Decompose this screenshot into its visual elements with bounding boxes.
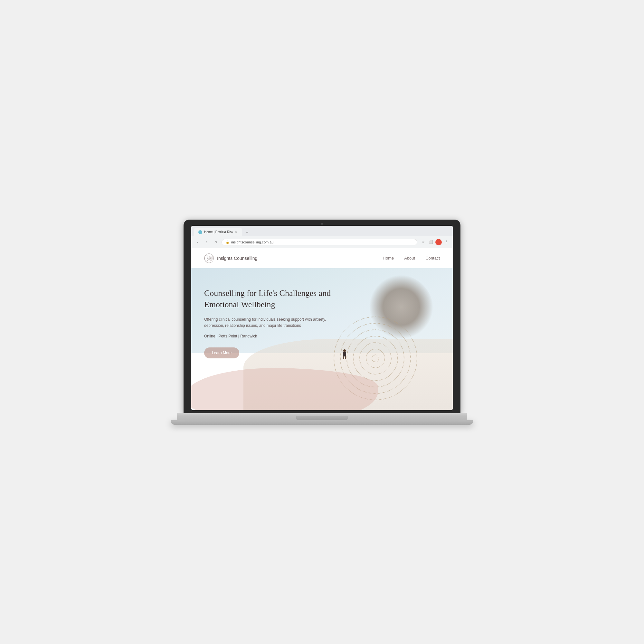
forward-button[interactable]: › <box>204 239 210 245</box>
tab-favicon <box>198 230 202 234</box>
site-logo: Insights Counselling <box>204 253 257 263</box>
logo-icon <box>204 253 214 263</box>
tab-title: Home | Patricia Risk <box>204 230 233 234</box>
hero-locations: Online | Potts Point | Randwick <box>204 334 339 338</box>
hero-subtext: Offering clinical counselling for indivi… <box>204 317 327 329</box>
menu-icon[interactable]: ⋮ <box>443 239 450 245</box>
address-bar[interactable]: 🔒 insightscounselling.com.au <box>222 239 417 245</box>
extensions-icon[interactable]: ⬜ <box>428 239 434 245</box>
new-tab-button[interactable]: + <box>243 229 251 236</box>
learn-more-button[interactable]: Learn More <box>204 347 239 358</box>
tab-close-button[interactable]: ✕ <box>235 231 238 234</box>
profile-icon[interactable] <box>435 239 442 245</box>
nav-home[interactable]: Home <box>383 256 394 260</box>
hero-section: Counselling for Life's Challenges and Em… <box>191 268 453 410</box>
nav-links: Home About Contact <box>383 256 440 260</box>
svg-point-3 <box>211 258 211 258</box>
browser-tabs-bar: Home | Patricia Risk ✕ + <box>191 226 453 236</box>
nav-contact[interactable]: Contact <box>425 256 440 260</box>
refresh-button[interactable]: ↻ <box>213 239 219 245</box>
logo-text: Insights Counselling <box>217 256 257 261</box>
bookmark-icon[interactable]: ☆ <box>420 239 426 245</box>
lock-icon: 🔒 <box>226 241 229 244</box>
pink-blob-decoration <box>191 368 378 410</box>
website-content: Insights Counselling Home About Contact <box>191 248 453 410</box>
nav-about[interactable]: About <box>404 256 415 260</box>
back-button[interactable]: ‹ <box>194 239 201 245</box>
laptop-screen-outer: Home | Patricia Risk ✕ + ‹ › <box>184 220 460 413</box>
toolbar-actions: ☆ ⬜ ⋮ <box>420 239 450 245</box>
browser-toolbar: ‹ › ↻ 🔒 insightscounselling.com.au ☆ ⬜ <box>191 236 453 248</box>
svg-point-2 <box>210 257 212 259</box>
site-navigation: Insights Counselling Home About Contact <box>191 248 453 268</box>
laptop-base <box>177 413 467 420</box>
hero-text-block: Counselling for Life's Challenges and Em… <box>191 268 352 372</box>
laptop-mockup: Home | Patricia Risk ✕ + ‹ › <box>184 220 460 425</box>
url-text: insightscounselling.com.au <box>231 240 273 244</box>
browser-chrome: Home | Patricia Risk ✕ + ‹ › <box>191 226 453 248</box>
laptop-bottom-base <box>171 420 473 425</box>
hero-headline: Counselling for Life's Challenges and Em… <box>204 288 339 310</box>
browser-tab-active[interactable]: Home | Patricia Risk ✕ <box>194 228 242 236</box>
screen-bezel: Home | Patricia Risk ✕ + ‹ › <box>191 225 453 411</box>
svg-point-1 <box>209 257 213 260</box>
